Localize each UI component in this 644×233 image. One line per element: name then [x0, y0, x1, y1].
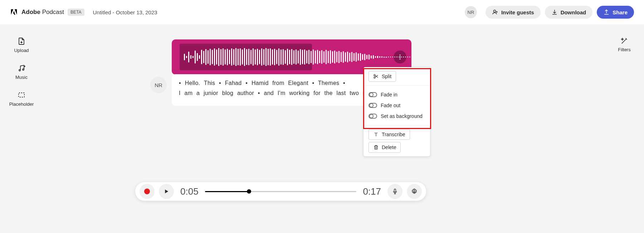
text-icon	[373, 132, 379, 137]
svg-point-1	[19, 70, 20, 71]
beta-badge: BETA	[68, 9, 84, 16]
brand-group: Adobe Podcast BETA	[10, 8, 84, 16]
playback-bar: 0:05 0:17	[135, 182, 426, 201]
waveform-icon	[184, 44, 410, 70]
music-icon	[17, 64, 26, 72]
total-time: 0:17	[363, 186, 381, 197]
sidebar-label: Upload	[14, 48, 29, 53]
delete-button[interactable]: Delete	[369, 142, 401, 153]
speaker-avatar[interactable]: NR	[150, 77, 167, 93]
sidebar-label: Placeholder	[9, 101, 34, 107]
upload-file-icon	[17, 37, 26, 46]
right-sidebar: Filters	[605, 24, 644, 52]
audio-clip[interactable]	[172, 39, 411, 75]
svg-point-2	[23, 69, 24, 70]
sidebar-label: Music	[15, 75, 28, 80]
sidebar-music[interactable]: Music	[15, 64, 28, 80]
play-icon	[163, 188, 170, 195]
adobe-logo-icon	[10, 8, 18, 16]
scissors-icon	[373, 73, 379, 79]
brand-text: Adobe Podcast	[21, 9, 64, 16]
download-button[interactable]: Download	[545, 6, 593, 19]
toggle-switch[interactable]	[369, 114, 377, 119]
download-icon	[551, 9, 558, 15]
fade-in-toggle[interactable]: Fade in	[369, 89, 425, 100]
svg-point-8	[374, 77, 375, 78]
filters-button[interactable]: Filters	[618, 37, 630, 52]
progress-knob[interactable]	[247, 189, 251, 194]
app-header: Adobe Podcast BETA Untitled - October 13…	[0, 0, 644, 24]
sidebar-upload[interactable]: Upload	[14, 37, 29, 53]
invite-guests-button[interactable]: Invite guests	[486, 6, 541, 19]
toggle-switch[interactable]	[369, 103, 377, 108]
filters-label: Filters	[618, 47, 630, 52]
gear-icon	[411, 188, 418, 195]
svg-point-7	[374, 75, 375, 76]
play-button[interactable]	[159, 184, 174, 199]
main-content	[172, 39, 411, 75]
filters-wand-icon	[620, 37, 628, 45]
svg-rect-9	[394, 189, 396, 192]
progress-fill	[205, 191, 249, 192]
record-icon	[144, 189, 150, 194]
placeholder-icon	[17, 91, 26, 99]
sidebar-placeholder[interactable]: Placeholder	[9, 91, 34, 107]
split-button[interactable]: Split	[369, 71, 396, 82]
fade-out-toggle[interactable]: Fade out	[369, 100, 425, 111]
microphone-icon	[392, 188, 398, 195]
toggle-switch[interactable]	[369, 92, 377, 97]
settings-button[interactable]	[407, 184, 422, 199]
progress-slider[interactable]	[205, 191, 357, 192]
svg-point-0	[493, 10, 496, 12]
trash-icon	[373, 144, 379, 150]
mic-button[interactable]	[387, 184, 402, 199]
user-avatar[interactable]: NR	[465, 6, 477, 18]
speaker-avatar-wrap: NR	[150, 77, 167, 93]
document-title[interactable]: Untitled - October 13, 2023	[93, 9, 157, 15]
svg-point-10	[414, 191, 415, 192]
person-add-icon	[492, 9, 498, 15]
left-sidebar: Upload Music Placeholder	[0, 24, 43, 107]
transcribe-button[interactable]: Transcribe	[369, 129, 410, 140]
share-button[interactable]: Share	[597, 6, 634, 19]
record-button[interactable]	[140, 184, 155, 199]
svg-rect-3	[19, 93, 24, 97]
set-background-toggle[interactable]: Set as background	[369, 111, 425, 122]
share-icon	[603, 9, 610, 15]
clip-context-menu: Split Fade in Fade out Set as background…	[363, 67, 430, 157]
current-time: 0:05	[180, 186, 199, 197]
